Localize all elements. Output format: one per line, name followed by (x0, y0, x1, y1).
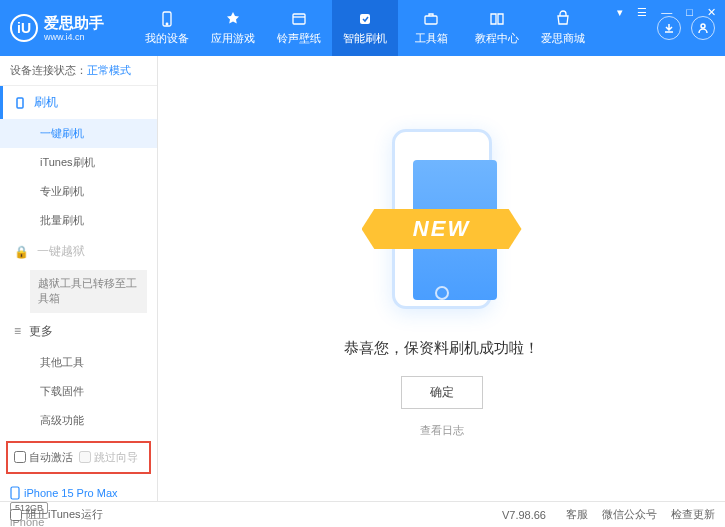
store-icon (554, 10, 572, 28)
flash-icon (356, 10, 374, 28)
connection-status: 设备连接状态：正常模式 (0, 56, 157, 86)
checkbox-skip-guide[interactable]: 跳过向导 (79, 450, 138, 465)
minimize-icon[interactable]: — (658, 4, 675, 21)
success-message: 恭喜您，保资料刷机成功啦！ (344, 339, 539, 358)
sidebar-item-download-firmware[interactable]: 下载固件 (0, 377, 157, 406)
nav-ringtones[interactable]: 铃声壁纸 (266, 0, 332, 56)
svg-rect-6 (17, 98, 23, 108)
footer-link-wechat[interactable]: 微信公众号 (602, 507, 657, 522)
success-illustration: NEW (382, 119, 502, 319)
device-name[interactable]: iPhone 15 Pro Max (10, 486, 147, 500)
titlebar: ▾ ☰ — □ ✕ iU 爱思助手 www.i4.cn 我的设备 应用游戏 铃声… (0, 0, 725, 56)
phone-small-icon (10, 486, 20, 500)
checkbox-block-itunes[interactable]: 阻止iTunes运行 (10, 507, 103, 522)
list-icon: ≡ (14, 324, 21, 338)
sidebar-item-othertools[interactable]: 其他工具 (0, 348, 157, 377)
app-logo: iU 爱思助手 www.i4.cn (10, 14, 104, 43)
activation-options: 自动激活 跳过向导 (6, 441, 151, 474)
app-subtitle: www.i4.cn (44, 32, 104, 43)
sidebar-item-advanced[interactable]: 高级功能 (0, 406, 157, 435)
lock-icon: 🔒 (14, 245, 29, 259)
sidebar-item-oneclick[interactable]: 一键刷机 (0, 119, 157, 148)
media-icon (290, 10, 308, 28)
svg-point-5 (701, 24, 705, 28)
footer-link-update[interactable]: 检查更新 (671, 507, 715, 522)
sidebar-item-batch[interactable]: 批量刷机 (0, 206, 157, 235)
nav-tutorials[interactable]: 教程中心 (464, 0, 530, 56)
sidebar-section-more[interactable]: ≡ 更多 (0, 315, 157, 348)
logo-icon: iU (10, 14, 38, 42)
menu-icon[interactable]: ▾ (614, 4, 626, 21)
view-log-link[interactable]: 查看日志 (420, 423, 464, 438)
phone-icon (14, 97, 26, 109)
svg-rect-3 (360, 14, 370, 24)
close-icon[interactable]: ✕ (704, 4, 719, 21)
main-content: NEW 恭喜您，保资料刷机成功啦！ 确定 查看日志 (158, 56, 725, 501)
nav-apps[interactable]: 应用游戏 (200, 0, 266, 56)
version-label: V7.98.66 (502, 509, 546, 521)
nav-my-device[interactable]: 我的设备 (134, 0, 200, 56)
checkbox-auto-activate[interactable]: 自动激活 (14, 450, 73, 465)
nav-store[interactable]: 爱思商城 (530, 0, 596, 56)
sidebar-item-pro[interactable]: 专业刷机 (0, 177, 157, 206)
nav-toolbox[interactable]: 工具箱 (398, 0, 464, 56)
app-title: 爱思助手 (44, 14, 104, 32)
new-ribbon: NEW (362, 209, 522, 249)
svg-rect-4 (425, 16, 437, 24)
sidebar: 设备连接状态：正常模式 刷机 一键刷机 iTunes刷机 专业刷机 批量刷机 🔒… (0, 56, 158, 501)
confirm-button[interactable]: 确定 (401, 376, 483, 409)
book-icon (488, 10, 506, 28)
maximize-icon[interactable]: □ (683, 4, 696, 21)
footer-link-support[interactable]: 客服 (566, 507, 588, 522)
main-nav: 我的设备 应用游戏 铃声壁纸 智能刷机 工具箱 教程中心 爱思商城 (134, 0, 596, 56)
svg-rect-7 (11, 487, 19, 499)
svg-point-1 (166, 23, 168, 25)
apps-icon (224, 10, 242, 28)
sidebar-section-flash[interactable]: 刷机 (0, 86, 157, 119)
toolbox-icon (422, 10, 440, 28)
nav-flash[interactable]: 智能刷机 (332, 0, 398, 56)
sidebar-item-itunes[interactable]: iTunes刷机 (0, 148, 157, 177)
window-controls: ▾ ☰ — □ ✕ (614, 4, 719, 21)
pin-icon[interactable]: ☰ (634, 4, 650, 21)
svg-rect-2 (293, 14, 305, 24)
device-icon (158, 10, 176, 28)
sidebar-section-jailbreak: 🔒 一键越狱 (0, 235, 157, 268)
jailbreak-note: 越狱工具已转移至工具箱 (30, 270, 147, 313)
